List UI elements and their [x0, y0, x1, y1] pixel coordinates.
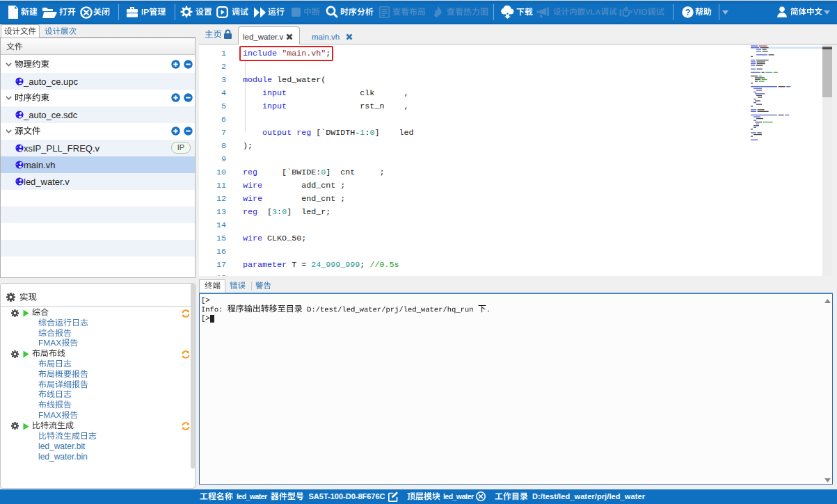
svg-text:?: ?: [685, 8, 691, 17]
